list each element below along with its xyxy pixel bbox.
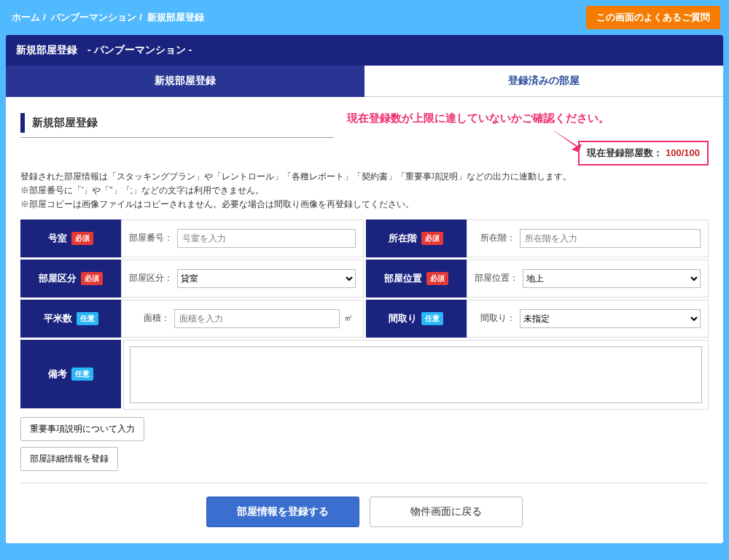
required-badge: 必須 — [81, 272, 103, 285]
position-select[interactable]: 地上 — [523, 269, 701, 288]
optional-badge: 任意 — [421, 312, 443, 325]
layout-select[interactable]: 未指定 — [520, 309, 701, 328]
field-key: 部屋区分： — [129, 272, 173, 284]
section-title: 新規部屋登録 — [32, 113, 98, 133]
heading-bar-icon — [20, 113, 25, 133]
breadcrumb-building[interactable]: バンブーマンション — [48, 12, 139, 23]
field-label-floor: 所在階 必須 — [366, 219, 467, 257]
required-badge: 必須 — [71, 232, 93, 245]
form-table: 号室 必須 部屋番号： 所在階 必須 所在階： — [20, 219, 709, 410]
field-label-layout: 間取り 任意 — [366, 300, 467, 338]
optional-badge: 任意 — [77, 312, 98, 325]
room-type-select[interactable]: 貸室 — [177, 269, 356, 288]
tabs: 新規部屋登録 登録済みの部屋 — [6, 66, 723, 97]
important-matters-button[interactable]: 重要事項説明について入力 — [20, 417, 144, 441]
field-key: 面積： — [129, 312, 170, 324]
field-label-area: 平米数 任意 — [20, 300, 121, 338]
optional-badge: 任意 — [71, 368, 93, 381]
main-panel: 新規部屋登録 - バンブーマンション - 新規部屋登録 登録済みの部屋 新規部屋… — [6, 35, 723, 543]
section-heading: 新規部屋登録 — [20, 109, 334, 138]
room-detail-button[interactable]: 部屋詳細情報を登録 — [20, 447, 118, 471]
room-no-input[interactable] — [177, 229, 356, 248]
required-badge: 必須 — [426, 272, 448, 285]
area-unit: ㎡ — [344, 312, 356, 324]
field-key: 所在階： — [475, 232, 515, 244]
area-input[interactable] — [174, 309, 340, 328]
breadcrumb-home[interactable]: ホーム — [9, 12, 43, 23]
field-key: 部屋番号： — [129, 232, 173, 244]
field-label-room-type: 部屋区分 必須 — [20, 260, 121, 298]
arrow-icon — [550, 128, 586, 154]
submit-button[interactable]: 部屋情報を登録する — [206, 497, 359, 527]
field-label-position: 部屋位置 必須 — [366, 260, 467, 298]
note-line: 登録された部屋情報は「スタッキングプラン」や「レントロール」「各種レポート」「契… — [20, 170, 709, 184]
info-notes: 登録された部屋情報は「スタッキングプラン」や「レントロール」「各種レポート」「契… — [20, 170, 709, 212]
field-label-room-no: 号室 必須 — [20, 219, 121, 257]
room-count-label: 現在登録部屋数： — [587, 147, 663, 158]
field-key: 部屋位置： — [475, 272, 518, 284]
breadcrumb: ホーム/ バンブーマンション/ 新規部屋登録 — [9, 11, 207, 24]
annotation-text: 現在登録数が上限に達していないかご確認ください。 — [347, 109, 709, 125]
panel-title: 新規部屋登録 - バンブーマンション - — [6, 35, 723, 66]
required-badge: 必須 — [421, 232, 443, 245]
floor-input[interactable] — [520, 229, 701, 248]
back-button[interactable]: 物件画面に戻る — [370, 497, 523, 527]
note-line: ※部屋コピーは画像ファイルはコピーされません。必要な場合は間取り画像を再登録して… — [20, 198, 709, 211]
remarks-textarea[interactable] — [130, 346, 702, 403]
field-key: 間取り： — [475, 312, 515, 324]
breadcrumb-current: 新規部屋登録 — [144, 12, 207, 23]
room-count-box: 現在登録部屋数： 100/100 — [578, 141, 709, 166]
tab-registered-rooms[interactable]: 登録済みの部屋 — [364, 66, 723, 97]
room-count-value: 100/100 — [666, 147, 700, 158]
note-line: ※部屋番号に「'」や「"」「;」などの文字は利用できません。 — [20, 184, 709, 198]
faq-button[interactable]: この画面のよくあるご質問 — [586, 6, 720, 29]
field-label-remarks: 備考 任意 — [20, 340, 121, 408]
tab-new-room[interactable]: 新規部屋登録 — [6, 66, 364, 97]
